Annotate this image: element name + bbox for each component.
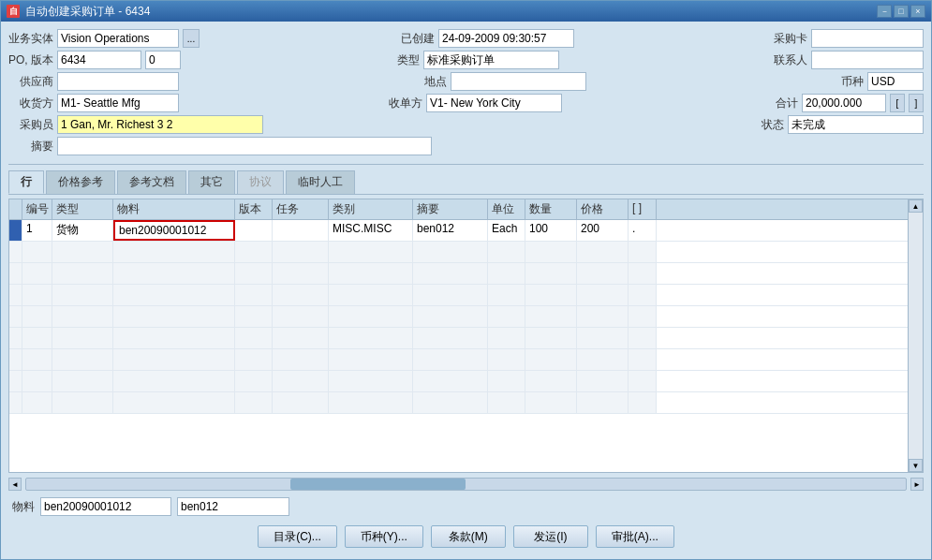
td-type: 货物 (52, 220, 113, 241)
th-unit: 单位 (488, 199, 525, 219)
th-qty: 数量 (525, 199, 577, 219)
th-extra: [ ] (629, 199, 657, 219)
approve-btn[interactable]: 审批(A)... (596, 525, 674, 548)
vertical-scrollbar[interactable]: ▲ ▼ (908, 199, 923, 472)
form-row-5: 采购员 状态 (8, 115, 924, 134)
table-row[interactable] (9, 306, 908, 328)
table-row[interactable] (9, 263, 908, 285)
table-row[interactable] (9, 328, 908, 349)
tab-other[interactable]: 其它 (188, 170, 235, 194)
th-type: 类型 (52, 199, 113, 219)
th-material: 物料 (113, 199, 235, 219)
form-row-2: PO, 版本 类型 联系人 (8, 51, 924, 69)
footer-material-input[interactable] (40, 497, 171, 516)
label-summary: 摘要 (8, 139, 53, 155)
footer-material-label: 物料 (8, 499, 35, 515)
main-window: 自 自动创建采购订单 - 6434 － □ × 业务实体 ... 已创建 采购卡 (0, 0, 932, 560)
shipping-btn[interactable]: 发运(I) (513, 525, 588, 548)
main-content: 业务实体 ... 已创建 采购卡 PO, 版本 类型 联系人 (1, 22, 931, 559)
scroll-right-btn[interactable]: ► (910, 478, 924, 491)
label-po-version: PO, 版本 (8, 52, 53, 68)
label-location: 地点 (421, 74, 447, 90)
total-bracket-btn2[interactable]: ] (909, 94, 924, 112)
version-input[interactable] (145, 51, 181, 69)
label-total: 合计 (772, 96, 798, 111)
label-currency: 币种 (828, 74, 864, 90)
form-section: 业务实体 ... 已创建 采购卡 PO, 版本 类型 联系人 (8, 29, 924, 158)
window-title: 自动创建采购订单 - 6434 (25, 4, 150, 20)
tab-ref-docs[interactable]: 参考文档 (117, 170, 186, 194)
total-bracket-btn[interactable]: [ (890, 94, 905, 112)
receive-by-input[interactable] (426, 94, 562, 112)
table-row[interactable] (9, 285, 908, 306)
tab-temp-labor[interactable]: 临时人工 (286, 170, 355, 194)
td-task (273, 220, 329, 241)
th-no: 编号 (22, 199, 52, 219)
label-status: 状态 (758, 117, 784, 133)
label-business-entity: 业务实体 (8, 31, 53, 47)
close-btn[interactable]: × (910, 5, 925, 18)
currency-btn[interactable]: 币种(Y)... (345, 525, 423, 548)
table-row[interactable] (9, 371, 908, 392)
label-contact: 联系人 (772, 52, 807, 68)
purchase-card-input[interactable] (811, 29, 924, 48)
scroll-down-btn[interactable]: ▼ (909, 459, 923, 472)
form-row-6: 摘要 (8, 137, 924, 155)
receive-from-input[interactable] (57, 94, 179, 112)
row-indicator (9, 220, 22, 241)
scroll-track[interactable] (909, 213, 923, 459)
currency-input[interactable] (867, 72, 924, 91)
separator (8, 164, 924, 165)
th-summary: 摘要 (413, 199, 488, 219)
td-category: MISC.MISC (329, 220, 413, 241)
label-receive-from: 收货方 (8, 96, 53, 111)
maximize-btn[interactable]: □ (894, 5, 909, 18)
label-created: 已创建 (397, 31, 435, 47)
scroll-left-btn[interactable]: ◄ (8, 478, 22, 491)
form-row-1: 业务实体 ... 已创建 采购卡 (8, 29, 924, 48)
footer-buttons: 目录(C)... 币种(Y)... 条款(M) 发运(I) 审批(A)... (8, 522, 924, 552)
po-number-input[interactable] (57, 51, 141, 69)
scroll-up-btn[interactable]: ▲ (909, 199, 923, 213)
buyer-input[interactable] (57, 115, 263, 134)
type-input (423, 51, 559, 69)
tabs-section: 行 价格参考 参考文档 其它 协议 临时人工 (8, 170, 924, 195)
table-header: 编号 类型 物料 版本 任务 类别 摘要 单位 数量 价格 [ ] (9, 199, 908, 220)
td-qty: 100 (525, 220, 577, 241)
table-row[interactable] (9, 349, 908, 371)
business-entity-input[interactable] (57, 29, 179, 48)
horizontal-scrollbar[interactable] (25, 478, 907, 491)
terms-btn[interactable]: 条款(M) (431, 525, 506, 548)
footer-fields: 物料 (8, 495, 924, 518)
table-row[interactable]: 1 货物 ben20090001012 MISC.MISC ben012 Eac… (9, 220, 908, 242)
created-input (438, 29, 574, 48)
label-purchase-card: 采购卡 (772, 31, 807, 47)
minimize-btn[interactable]: － (877, 5, 892, 18)
supplier-input[interactable] (57, 72, 179, 91)
table-row[interactable] (9, 392, 908, 414)
footer-summary-input[interactable] (177, 497, 289, 516)
location-input[interactable] (451, 72, 586, 91)
app-icon: 自 (7, 5, 20, 18)
label-buyer: 采购员 (8, 117, 53, 133)
catalog-btn[interactable]: 目录(C)... (258, 525, 337, 548)
scrollbar-area: ◄ ► (8, 477, 924, 492)
td-material[interactable]: ben20090001012 (113, 220, 235, 241)
td-no: 1 (22, 220, 52, 241)
total-input (802, 94, 886, 112)
th-price: 价格 (577, 199, 629, 219)
tab-rows[interactable]: 行 (8, 170, 44, 194)
table-row[interactable] (9, 242, 908, 263)
contact-input[interactable] (811, 51, 924, 69)
td-price: 200 (577, 220, 629, 241)
business-entity-ellipsis[interactable]: ... (183, 29, 200, 48)
summary-input[interactable] (57, 137, 432, 155)
form-row-3: 供应商 地点 币种 (8, 72, 924, 91)
table-container: 编号 类型 物料 版本 任务 类别 摘要 单位 数量 价格 [ ] (8, 199, 924, 473)
window-controls: － □ × (877, 5, 925, 18)
label-receive-by: 收单方 (389, 96, 422, 111)
tab-agreement: 协议 (237, 170, 284, 194)
tab-price-ref[interactable]: 价格参考 (46, 170, 115, 194)
table-body[interactable]: 1 货物 ben20090001012 MISC.MISC ben012 Eac… (9, 220, 908, 472)
tabs-bar: 行 价格参考 参考文档 其它 协议 临时人工 (8, 170, 924, 195)
